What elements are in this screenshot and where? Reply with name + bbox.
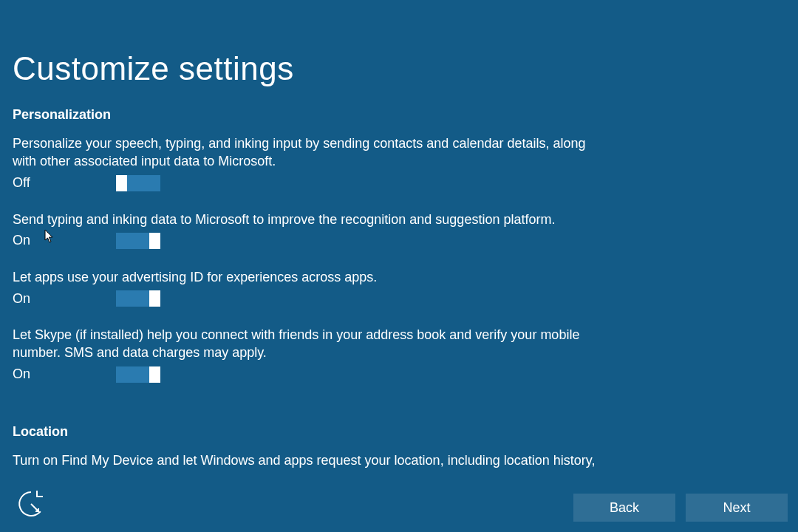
setting-advertising-id: Let apps use your advertising ID for exp… xyxy=(13,268,611,307)
next-button[interactable]: Next xyxy=(686,494,788,522)
page-title: Customize settings xyxy=(13,50,294,87)
toggle-row: On xyxy=(13,290,611,307)
toggle-thumb xyxy=(149,233,160,249)
setting-desc: Let apps use your advertising ID for exp… xyxy=(13,268,589,286)
toggle-row: Off xyxy=(13,175,611,191)
location-section: Location Turn on Find My Device and let … xyxy=(13,424,611,469)
toggle-state-label: On xyxy=(13,366,116,382)
ease-of-access-button[interactable] xyxy=(16,489,46,519)
toggle-state-label: On xyxy=(13,291,116,307)
personalization-header: Personalization xyxy=(13,107,611,123)
location-header: Location xyxy=(13,424,611,440)
toggle-state-label: On xyxy=(13,233,116,248)
footer-buttons: Back Next xyxy=(573,494,788,522)
toggle-row: On xyxy=(13,366,611,383)
toggle-personalize-input[interactable] xyxy=(116,175,160,191)
toggle-thumb xyxy=(149,290,160,307)
toggle-row: On xyxy=(13,233,611,249)
setting-desc: Personalize your speech, typing, and ink… xyxy=(13,134,589,171)
setting-typing-inking: Send typing and inking data to Microsoft… xyxy=(13,211,611,249)
toggle-thumb xyxy=(116,175,127,191)
personalization-section: Personalization Personalize your speech,… xyxy=(13,107,611,402)
location-desc: Turn on Find My Device and let Windows a… xyxy=(13,451,611,469)
setting-desc: Send typing and inking data to Microsoft… xyxy=(13,211,589,228)
oobe-customize-settings-screen: Customize settings Personalization Perso… xyxy=(0,0,798,532)
back-button[interactable]: Back xyxy=(573,494,675,522)
toggle-advertising-id[interactable] xyxy=(116,290,160,307)
toggle-state-label: Off xyxy=(13,175,116,191)
setting-personalize-input: Personalize your speech, typing, and ink… xyxy=(13,134,611,191)
setting-skype: Let Skype (if installed) help you connec… xyxy=(13,326,611,383)
toggle-typing-inking[interactable] xyxy=(116,233,160,249)
toggle-skype[interactable] xyxy=(116,366,160,383)
setting-desc: Let Skype (if installed) help you connec… xyxy=(13,326,589,362)
toggle-thumb xyxy=(149,366,160,383)
